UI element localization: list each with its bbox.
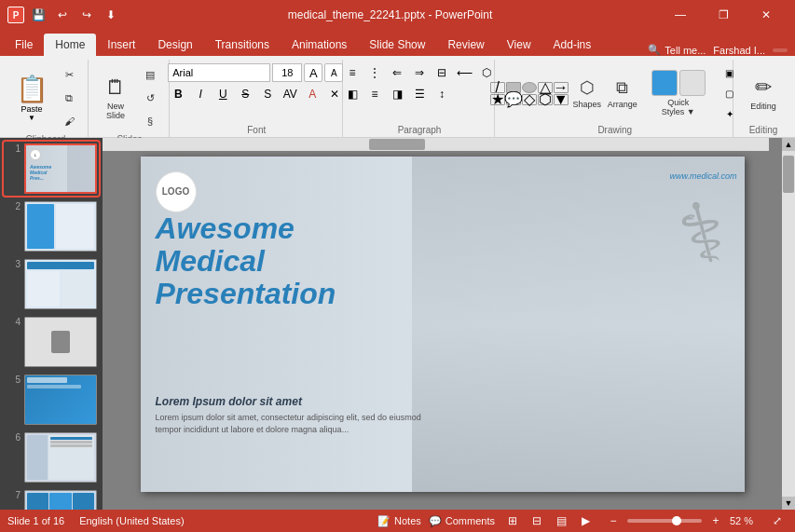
shape-more[interactable]: ▼	[554, 94, 569, 105]
slide-thumb-img-4	[24, 317, 97, 367]
share-button[interactable]	[773, 48, 788, 52]
columns-button[interactable]: ⊟	[432, 63, 452, 82]
font-size-increase-button[interactable]: A	[304, 63, 322, 82]
decrease-indent-button[interactable]: ⇐	[387, 63, 407, 82]
slide-thumb-2[interactable]: 2	[4, 199, 99, 253]
align-center-button[interactable]: ≡	[364, 85, 385, 103]
font-name-input[interactable]	[168, 63, 270, 82]
shapes-row2: ★ 💬 ◇ ⬡ ▼	[490, 94, 569, 105]
redo-button[interactable]: ↪	[76, 5, 97, 25]
tab-transitions[interactable]: Transitions	[204, 34, 281, 56]
h-scrollbar[interactable]	[103, 138, 769, 151]
zoom-thumb[interactable]	[672, 516, 681, 525]
tab-add-ins[interactable]: Add-ins	[542, 34, 603, 56]
customize-button[interactable]: ⬇	[101, 5, 121, 25]
h-scrollbar-thumb[interactable]	[369, 139, 425, 150]
v-scrollbar[interactable]: ▲ ▼	[782, 138, 795, 510]
minimize-button[interactable]: —	[659, 0, 702, 30]
save-button[interactable]: 💾	[28, 5, 48, 25]
zoom-in-button[interactable]: +	[706, 512, 726, 530]
slide-canvas[interactable]: ⚕ LOGO www.medical.com Awesome Medical P…	[141, 157, 745, 492]
tab-file[interactable]: File	[4, 34, 44, 56]
fit-to-window-button[interactable]: ⤢	[767, 512, 788, 530]
tab-insert[interactable]: Insert	[96, 34, 146, 56]
bullets-button[interactable]: ≡	[342, 63, 363, 82]
canvas-area[interactable]: ⚕ LOGO www.medical.com Awesome Medical P…	[103, 138, 782, 510]
scroll-thumb[interactable]	[783, 156, 794, 193]
justify-button[interactable]: ☰	[409, 85, 430, 103]
shadow-button[interactable]: S	[257, 85, 278, 103]
align-right-button[interactable]: ◨	[387, 85, 407, 103]
italic-button[interactable]: I	[190, 85, 211, 103]
font-color-button[interactable]: A	[302, 85, 322, 103]
slide-thumb-5[interactable]: 5	[4, 373, 99, 427]
line-spacing-button[interactable]: ↕	[432, 85, 452, 103]
format-painter-button[interactable]: 🖌	[56, 110, 82, 132]
close-button[interactable]: ✕	[745, 0, 788, 30]
tab-slide-show[interactable]: Slide Show	[358, 34, 436, 56]
slide-sorter-button[interactable]: ⊟	[527, 512, 547, 530]
window-title: medical_theme_22241.pptx - PowerPoint	[121, 8, 659, 21]
slide-thumb-1[interactable]: 1 L AwesomeMedicalPres...	[4, 142, 99, 196]
underline-button[interactable]: U	[212, 85, 233, 103]
layout-button[interactable]: ▤	[137, 63, 163, 86]
scroll-up-button[interactable]: ▲	[782, 138, 795, 151]
paste-dropdown-icon[interactable]: ▼	[28, 114, 35, 122]
shape-diamond[interactable]: ◇	[522, 94, 537, 105]
undo-button[interactable]: ↩	[52, 5, 73, 25]
slide-thumb-6[interactable]: 6	[4, 430, 99, 484]
reading-view-button[interactable]: ▤	[551, 512, 571, 530]
tab-design[interactable]: Design	[146, 34, 203, 56]
copy-button[interactable]: ⧉	[56, 87, 82, 109]
shapes-button[interactable]: ⬡ Shapes	[570, 67, 604, 119]
notes-button[interactable]: 📝 Notes	[377, 515, 421, 527]
shapes-grid: / △ → ★ 💬 ◇ ⬡ ▼	[490, 82, 569, 105]
char-spacing-button[interactable]: AV	[280, 85, 300, 103]
paste-button[interactable]: 📋 Paste ▼	[9, 63, 54, 132]
comments-button[interactable]: 💬 Comments	[429, 515, 495, 527]
arrange-button[interactable]: ⧉ Arrange	[606, 67, 639, 119]
maximize-button[interactable]: ❐	[702, 0, 745, 30]
slide-panel[interactable]: 1 L AwesomeMedicalPres... 2 3	[0, 138, 103, 510]
shape-callout[interactable]: 💬	[506, 94, 521, 105]
text-direction-button[interactable]: ⟵	[454, 63, 474, 82]
new-slide-button[interactable]: 🗒 New Slide	[96, 72, 135, 124]
slide-thumb-3[interactable]: 3	[4, 257, 99, 311]
ribbon-tabs: File Home Insert Design Transitions Anim…	[0, 30, 795, 56]
slide-thumb-7[interactable]: 7	[4, 488, 99, 510]
slideshow-button[interactable]: ▶	[575, 512, 596, 530]
shape-star[interactable]: ★	[490, 94, 505, 105]
strikethrough-button[interactable]: S	[235, 85, 255, 103]
cut-button[interactable]: ✂	[56, 63, 82, 86]
tab-home[interactable]: Home	[44, 34, 96, 56]
scroll-down-button[interactable]: ▼	[782, 497, 795, 510]
shape-hexagon[interactable]: ⬡	[538, 94, 553, 105]
align-left-button[interactable]: ◧	[342, 85, 363, 103]
quick-styles-button[interactable]: QuickStyles ▼	[641, 67, 716, 119]
tab-review[interactable]: Review	[436, 34, 495, 56]
bold-button[interactable]: B	[168, 85, 188, 103]
font-row2: B I U S S AV A ✕	[168, 85, 345, 103]
font-size-input[interactable]	[272, 63, 302, 82]
slide-subtitle-label: Lorem Ipsum dolor sit amet	[156, 395, 445, 408]
paragraph-content: ≡ ⋮ ⇐ ⇒ ⊟ ⟵ ⬡ ◧ ≡ ◨ ☰ ↕	[342, 60, 497, 123]
section-button[interactable]: §	[137, 110, 163, 132]
tab-animations[interactable]: Animations	[281, 34, 358, 56]
slides-content: 🗒 New Slide ▤ ↺ §	[96, 60, 163, 132]
scroll-track[interactable]	[782, 151, 795, 497]
zoom-out-button[interactable]: −	[603, 512, 624, 530]
slide-body-text: Lorem ipsum dolor sit amet, consectetur …	[156, 412, 445, 435]
font-size-decrease-button[interactable]: A	[324, 63, 343, 82]
editing-button[interactable]: ✏ Editing	[741, 67, 786, 119]
zoom-slider[interactable]	[627, 519, 702, 523]
tell-me-input[interactable]: 🔍 Tell me...	[648, 44, 706, 56]
tab-view[interactable]: View	[496, 34, 542, 56]
reset-button[interactable]: ↺	[137, 87, 163, 109]
increase-indent-button[interactable]: ⇒	[409, 63, 430, 82]
slide-title-line2: Medical	[156, 245, 445, 278]
slide-num-6: 6	[6, 432, 21, 443]
status-right: 📝 Notes 💬 Comments ⊞ ⊟ ▤ ▶ − + 52 % ⤢	[377, 512, 788, 530]
slide-thumb-4[interactable]: 4	[4, 315, 99, 369]
normal-view-button[interactable]: ⊞	[502, 512, 523, 530]
numbering-button[interactable]: ⋮	[364, 63, 385, 82]
